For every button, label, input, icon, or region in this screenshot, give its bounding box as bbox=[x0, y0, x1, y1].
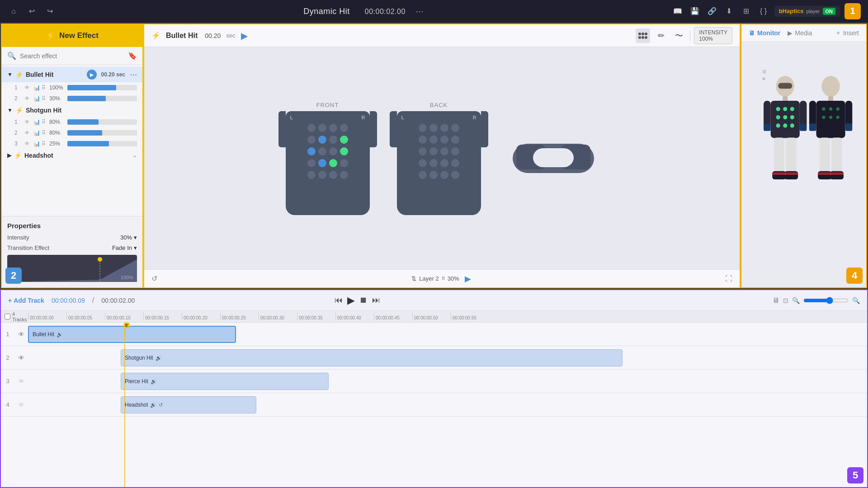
grid-icon[interactable]: ⊞ bbox=[740, 5, 753, 18]
dot-green[interactable] bbox=[329, 159, 337, 167]
eye-icon[interactable]: 👁 bbox=[24, 141, 30, 147]
intensity-value[interactable]: 30% ▾ bbox=[120, 234, 137, 241]
dot[interactable] bbox=[429, 124, 438, 132]
dot-green[interactable] bbox=[340, 136, 348, 144]
dot-green[interactable] bbox=[340, 147, 348, 155]
fit-icon[interactable]: ⊡ bbox=[783, 297, 788, 304]
svg-rect-48 bbox=[845, 123, 853, 131]
book-icon[interactable]: 📖 bbox=[671, 5, 684, 18]
clip-headshot[interactable]: Headshot 🔊 ↺ bbox=[121, 396, 256, 413]
dot[interactable] bbox=[440, 124, 448, 132]
screen-icon[interactable]: 🖥 bbox=[772, 296, 779, 305]
code-icon[interactable]: { } bbox=[757, 5, 770, 18]
eye-icon[interactable]: 👁 bbox=[24, 84, 30, 91]
effect-group-header-bullet-hit[interactable]: ▼ ⚡ Bullet Hit ▶ 00.20 sec ⋯ bbox=[2, 67, 142, 82]
home-icon[interactable]: ⌂ bbox=[7, 5, 20, 18]
dot[interactable] bbox=[440, 159, 448, 167]
link-icon[interactable]: 🔗 bbox=[706, 5, 718, 18]
refresh-button[interactable]: ↺ bbox=[151, 274, 157, 283]
eye-icon[interactable]: 👁 bbox=[24, 130, 30, 136]
insert-button[interactable]: ＋ Insert bbox=[835, 29, 859, 37]
track-eye-1[interactable]: 👁 bbox=[14, 331, 28, 338]
clip-pierce-hit[interactable]: Pierce Hit 🔊 bbox=[121, 373, 329, 390]
tab-media[interactable]: ▶ Media bbox=[788, 29, 812, 37]
dot[interactable] bbox=[318, 171, 326, 179]
dot[interactable] bbox=[451, 124, 459, 132]
play-button-bullet-hit[interactable]: ▶ bbox=[87, 70, 97, 80]
zoom-in-btn[interactable]: 🔍 bbox=[852, 297, 860, 304]
curve-tool[interactable]: 〜 bbox=[672, 28, 686, 43]
undo-icon[interactable]: ↩ bbox=[25, 5, 38, 18]
dot[interactable] bbox=[340, 124, 348, 132]
add-track-button[interactable]: + Add Track bbox=[8, 297, 44, 304]
dot-mode-tool[interactable] bbox=[636, 28, 650, 43]
play-pause-btn[interactable]: ▶ bbox=[347, 295, 355, 306]
dot[interactable] bbox=[307, 171, 316, 179]
stop-btn[interactable]: ⏹ bbox=[359, 296, 368, 305]
dot[interactable] bbox=[340, 159, 348, 167]
dot[interactable] bbox=[429, 136, 438, 144]
dot-active[interactable] bbox=[318, 159, 326, 167]
effect-group-header-shotgun-hit[interactable]: ▼ ⚡ Shotgun Hit bbox=[2, 104, 142, 117]
skip-to-end-btn[interactable]: ⏭ bbox=[372, 296, 380, 305]
dot[interactable] bbox=[429, 171, 438, 179]
dot-active[interactable] bbox=[307, 147, 316, 155]
download-icon[interactable]: ⬇ bbox=[723, 5, 736, 18]
dot[interactable] bbox=[329, 136, 337, 144]
search-input[interactable] bbox=[20, 52, 124, 60]
panel-number-5: 5 bbox=[847, 467, 863, 483]
dot[interactable] bbox=[329, 171, 337, 179]
track-eye-4[interactable]: 👁 bbox=[14, 401, 28, 408]
dot[interactable] bbox=[451, 159, 459, 167]
brand-sub: player bbox=[807, 9, 820, 14]
layer-select[interactable]: ⇅ Layer 2 ⠿ 30% bbox=[411, 275, 459, 282]
dot[interactable] bbox=[429, 147, 438, 155]
dot[interactable] bbox=[307, 136, 316, 144]
track-eye-2[interactable]: 👁 bbox=[14, 354, 28, 361]
dot[interactable] bbox=[329, 124, 337, 132]
more-button[interactable]: ⋯ bbox=[130, 70, 137, 79]
eye-icon[interactable]: 👁 bbox=[24, 119, 30, 125]
dot[interactable] bbox=[419, 124, 427, 132]
expand-button[interactable]: ⛶ bbox=[725, 275, 732, 283]
dot[interactable] bbox=[318, 147, 326, 155]
editor-play-btn[interactable]: ▶ bbox=[241, 30, 248, 41]
svg-point-8 bbox=[645, 36, 647, 39]
dot[interactable] bbox=[419, 147, 427, 155]
dot[interactable] bbox=[307, 124, 316, 132]
save-icon[interactable]: 💾 bbox=[689, 5, 701, 18]
new-effect-button[interactable]: ⚡ New Effect bbox=[2, 24, 142, 47]
pen-tool[interactable]: ✏ bbox=[654, 28, 668, 43]
skip-to-start-btn[interactable]: ⏮ bbox=[335, 296, 343, 305]
dot[interactable] bbox=[440, 171, 448, 179]
dot[interactable] bbox=[451, 136, 459, 144]
zoom-out-btn[interactable]: 🔍 bbox=[792, 297, 800, 304]
tab-monitor-label: Monitor bbox=[757, 29, 780, 37]
select-all-checkbox[interactable] bbox=[5, 314, 10, 319]
dot[interactable] bbox=[419, 159, 427, 167]
dot[interactable] bbox=[451, 171, 459, 179]
dot[interactable] bbox=[451, 147, 459, 155]
bookmark-icon[interactable]: 🔖 bbox=[128, 52, 137, 60]
transition-value[interactable]: Fade In ▾ bbox=[112, 244, 137, 251]
dot[interactable] bbox=[307, 159, 316, 167]
bottom-play-btn[interactable]: ▶ bbox=[465, 274, 471, 284]
clip-bullet-hit[interactable]: Bullet Hit 🔊 bbox=[28, 326, 236, 343]
dot[interactable] bbox=[318, 124, 326, 132]
dot[interactable] bbox=[419, 136, 427, 144]
clip-shotgun-hit[interactable]: Shotgun Hit 🔊 bbox=[121, 349, 623, 366]
more-options[interactable]: ⋯ bbox=[415, 7, 424, 16]
dot[interactable] bbox=[440, 147, 448, 155]
dot[interactable] bbox=[329, 147, 337, 155]
dot[interactable] bbox=[440, 136, 448, 144]
tab-monitor[interactable]: 🖥 Monitor bbox=[749, 29, 780, 37]
zoom-slider[interactable] bbox=[803, 297, 849, 304]
eye-icon[interactable]: 👁 bbox=[24, 95, 30, 102]
effect-group-header-headshot[interactable]: ▶ ⚡ Headshot ⌄ bbox=[2, 149, 142, 162]
track-eye-3[interactable]: 👁 bbox=[14, 378, 28, 385]
dot-active[interactable] bbox=[318, 136, 326, 144]
dot[interactable] bbox=[340, 171, 348, 179]
redo-icon[interactable]: ↪ bbox=[43, 5, 56, 18]
dot[interactable] bbox=[429, 159, 438, 167]
dot[interactable] bbox=[419, 171, 427, 179]
